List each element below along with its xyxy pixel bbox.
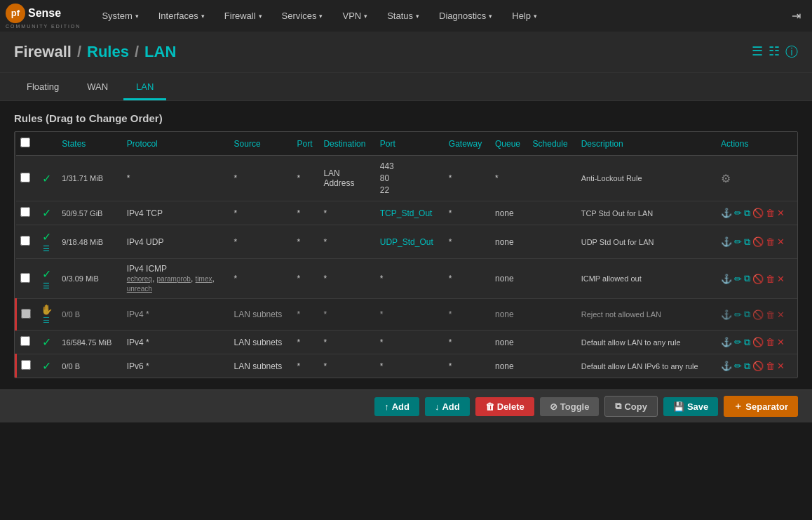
tab-floating[interactable]: Floating [14,73,72,100]
help-icon[interactable]: ⓘ [785,44,798,60]
nav-interfaces[interactable]: Interfaces ▾ [149,0,215,32]
gear-icon[interactable]: ⚙ [721,173,731,185]
disable-icon[interactable]: 🚫 [752,208,764,218]
row-status: ✓ [35,331,57,354]
anchor-icon[interactable]: ⚓ [721,337,732,347]
separator-button[interactable]: ＋ Separator [724,396,798,417]
breadcrumb-sep1: / [77,43,81,61]
select-all-checkbox[interactable] [20,138,30,147]
table-row: ✓ 0/0 B IPv6 * LAN subnets * * * * none … [16,354,798,378]
copy-icon[interactable]: ⧉ [744,208,750,219]
anchor-icon[interactable]: ⚓ [721,361,732,371]
row-checkbox-4[interactable] [20,273,30,283]
row-checkbox-3[interactable] [20,236,30,246]
disable-icon[interactable]: 🚫 [752,337,764,347]
row-destination: * [319,201,375,225]
row-port-dst: * [376,331,445,354]
edit-icon[interactable]: ✏ [734,236,742,247]
copy-icon[interactable]: ⧉ [744,361,750,372]
edit-icon[interactable]: ✏ [734,337,742,347]
delete-icon[interactable]: 🗑 [766,337,775,347]
row-checkbox-6[interactable] [20,336,30,346]
delete-icon[interactable]: 🗑 [766,236,775,247]
toolbar: ↑ Add ↓ Add 🗑 Delete ⊘ Toggle ⧉ Copy 💾 S… [0,389,812,422]
proto-sub-paramprob[interactable]: paramprob [157,275,191,283]
cancel-icon[interactable]: ✕ [777,337,785,347]
copy-icon[interactable]: ⧉ [744,337,750,348]
save-button[interactable]: 💾 Save [663,397,718,416]
row-checkbox-2[interactable] [20,207,30,217]
row-queue: * [491,156,529,201]
nav-help[interactable]: Help ▾ [502,0,547,32]
row-queue: none [491,201,529,225]
delete-icon[interactable]: 🗑 [766,361,775,371]
logout-icon[interactable]: ⇥ [786,4,806,27]
content: Rules (Drag to Change Order) States Prot… [0,101,812,389]
row-schedule [529,201,577,225]
row-actions: ⚓ ✏ ⧉ 🚫 🗑 ✕ [717,201,797,225]
delete-icon[interactable]: 🗑 [766,309,775,320]
toggle-label: Toggle [560,401,590,412]
row-checkbox-1[interactable] [20,173,30,182]
nav-diagnostics[interactable]: Diagnostics ▾ [429,0,502,32]
nav-services[interactable]: Services ▾ [272,0,333,32]
edit-icon[interactable]: ✏ [734,309,742,320]
tab-lan[interactable]: LAN [123,73,166,100]
row-gateway: * [445,331,491,354]
row-states: 9/18.48 MiB [57,225,122,259]
nav-firewall[interactable]: Firewall ▾ [215,0,272,32]
disable-icon[interactable]: 🚫 [752,361,764,371]
nav-status[interactable]: Status ▾ [377,0,429,32]
row-description: Default allow LAN to any rule [577,331,717,354]
cancel-icon[interactable]: ✕ [777,309,785,320]
row-queue: none [491,299,529,331]
cancel-icon[interactable]: ✕ [777,274,785,284]
row-checkbox-7[interactable] [21,360,31,370]
disable-icon[interactable]: 🚫 [752,274,764,284]
chart-icon[interactable]: ☰ [752,44,763,60]
copy-icon[interactable]: ⧉ [744,236,750,248]
copy-icon[interactable]: ⧉ [744,309,750,320]
nav-system[interactable]: System ▾ [92,0,148,32]
edit-icon[interactable]: ✏ [734,361,742,371]
disable-icon[interactable]: 🚫 [752,236,764,247]
disable-icon[interactable]: 🚫 [752,309,764,320]
row-source: LAN subnets [230,354,293,378]
row-source: LAN subnets [230,299,293,331]
add-down-button[interactable]: ↓ Add [425,397,470,416]
row-checkbox-5[interactable] [21,309,31,319]
row-status: ✓ ☰ [35,259,57,299]
cancel-icon[interactable]: ✕ [777,208,785,218]
anchor-icon[interactable]: ⚓ [721,309,732,320]
nav-vpn[interactable]: VPN ▾ [332,0,377,32]
cancel-icon[interactable]: ✕ [777,236,785,247]
delete-icon[interactable]: 🗑 [766,208,775,218]
anchor-icon[interactable]: ⚓ [721,236,732,247]
row-port-src: * [293,259,320,299]
edit-icon[interactable]: ✏ [734,208,742,218]
row-status: ✓ ☰ [35,225,57,259]
row-protocol: IPv4 ICMP echoreq, paramprob, timex, unr… [123,259,230,299]
logo-circle: pf [6,4,25,23]
anchor-icon[interactable]: ⚓ [721,208,732,218]
copy-icon[interactable]: ⧉ [744,273,750,284]
row-schedule [529,156,577,201]
proto-sub-unreach[interactable]: unreach [127,285,152,293]
add-up-button[interactable]: ↑ Add [374,397,419,416]
anchor-icon[interactable]: ⚓ [721,274,732,284]
proto-sub-echoreq[interactable]: echoreq [127,275,152,283]
list-view-icon[interactable]: ☷ [769,44,780,60]
cancel-icon[interactable]: ✕ [777,361,785,371]
copy-label: Copy [624,401,647,412]
breadcrumb-rules[interactable]: Rules [87,43,129,61]
proto-sub-timex[interactable]: timex [196,275,212,283]
tab-wan[interactable]: WAN [74,73,121,100]
row-checkbox [16,156,36,201]
delete-icon[interactable]: 🗑 [766,274,775,284]
edit-icon[interactable]: ✏ [734,274,742,284]
toggle-button[interactable]: ⊘ Toggle [540,397,600,416]
delete-button[interactable]: 🗑 Delete [475,397,534,416]
row-port-dst: TCP_Std_Out [376,201,445,225]
row-checkbox [16,225,36,259]
copy-button[interactable]: ⧉ Copy [604,396,658,417]
